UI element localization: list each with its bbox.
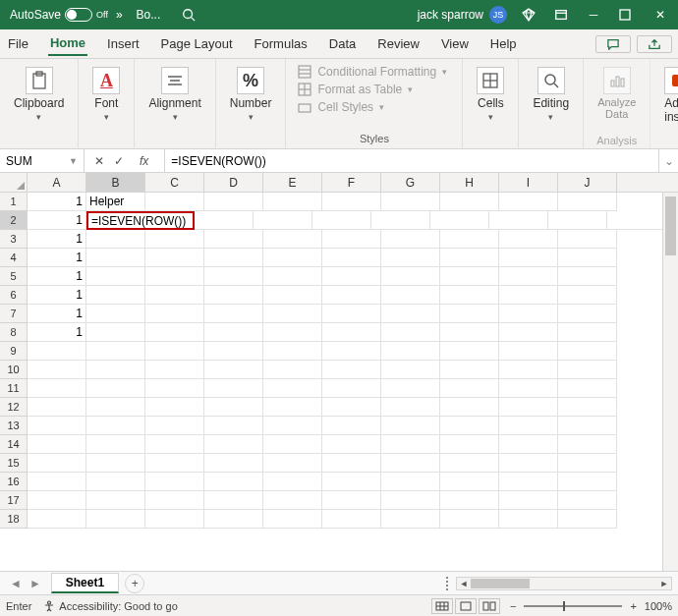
cell-G18[interactable]: [381, 510, 440, 529]
vertical-scrollbar[interactable]: [662, 193, 678, 571]
row-header-4[interactable]: 4: [0, 249, 28, 267]
document-name[interactable]: Bo...: [137, 8, 161, 22]
zoom-out-button[interactable]: −: [510, 600, 516, 612]
cell-G5[interactable]: [381, 267, 440, 286]
cell-E16[interactable]: [263, 473, 322, 491]
cell-I13[interactable]: [499, 417, 558, 435]
cell-E6[interactable]: [263, 286, 322, 305]
scroll-right-icon[interactable]: ►: [657, 579, 671, 588]
cell-E18[interactable]: [263, 510, 322, 529]
cell-I5[interactable]: [499, 267, 558, 286]
cell-D1[interactable]: [204, 193, 263, 211]
autosave-toggle[interactable]: AutoSave Off: [10, 8, 108, 22]
cell-I9[interactable]: [499, 342, 558, 361]
row-header-14[interactable]: 14: [0, 435, 28, 454]
cell-C11[interactable]: [145, 379, 204, 398]
cell-I17[interactable]: [499, 491, 558, 510]
cell-F9[interactable]: [322, 342, 381, 361]
cell-D10[interactable]: [204, 361, 263, 379]
comments-button[interactable]: [595, 35, 631, 53]
cell-C18[interactable]: [145, 510, 204, 529]
ribbon-display-icon[interactable]: [554, 8, 568, 22]
cell-D11[interactable]: [204, 379, 263, 398]
cell-D16[interactable]: [204, 473, 263, 491]
cell-I4[interactable]: [499, 249, 558, 267]
cell-G9[interactable]: [381, 342, 440, 361]
cell-C3[interactable]: [145, 230, 204, 249]
cell-A2[interactable]: 1: [28, 211, 86, 230]
cell-D18[interactable]: [204, 510, 263, 529]
cell-B15[interactable]: [86, 454, 145, 473]
tab-insert[interactable]: Insert: [105, 32, 141, 55]
sheet-nav-next-icon[interactable]: ►: [29, 577, 41, 590]
cell-F14[interactable]: [322, 435, 381, 454]
row-header-16[interactable]: 16: [0, 473, 28, 491]
cell-J15[interactable]: [558, 454, 617, 473]
split-handle[interactable]: [446, 577, 452, 590]
sheet-tab-active[interactable]: Sheet1: [51, 573, 119, 593]
row-header-9[interactable]: 9: [0, 342, 28, 361]
quick-access-more-icon[interactable]: »: [116, 8, 123, 22]
cell-C2[interactable]: [195, 211, 254, 230]
cell-G15[interactable]: [381, 454, 440, 473]
cell-J5[interactable]: [558, 267, 617, 286]
cell-D4[interactable]: [204, 249, 263, 267]
cell-E4[interactable]: [263, 249, 322, 267]
view-page-layout-button[interactable]: [455, 598, 477, 614]
cell-F6[interactable]: [322, 286, 381, 305]
row-header-3[interactable]: 3: [0, 230, 28, 249]
cell-A6[interactable]: 1: [28, 286, 86, 305]
cell-A7[interactable]: 1: [28, 305, 86, 323]
row-header-6[interactable]: 6: [0, 286, 28, 305]
cell-D8[interactable]: [204, 323, 263, 342]
select-all-corner[interactable]: [0, 173, 28, 192]
cell-H3[interactable]: [440, 230, 499, 249]
cell-J6[interactable]: [558, 286, 617, 305]
cell-E5[interactable]: [263, 267, 322, 286]
cell-J13[interactable]: [558, 417, 617, 435]
cell-A10[interactable]: [28, 361, 86, 379]
cell-I3[interactable]: [499, 230, 558, 249]
cell-H8[interactable]: [440, 323, 499, 342]
cell-H6[interactable]: [440, 286, 499, 305]
formula-input[interactable]: =ISEVEN(ROW()): [165, 154, 658, 168]
cell-H12[interactable]: [440, 398, 499, 417]
accessibility-status[interactable]: Accessibility: Good to go: [43, 600, 177, 612]
cell-B12[interactable]: [86, 398, 145, 417]
cell-H14[interactable]: [440, 435, 499, 454]
cell-B14[interactable]: [86, 435, 145, 454]
cells-button[interactable]: Cells ▾: [473, 63, 508, 126]
cell-H17[interactable]: [440, 491, 499, 510]
tab-help[interactable]: Help: [488, 32, 519, 55]
tab-formulas[interactable]: Formulas: [253, 32, 310, 55]
row-header-2[interactable]: 2: [0, 211, 28, 230]
cell-A4[interactable]: 1: [28, 249, 86, 267]
cell-G1[interactable]: [381, 193, 440, 211]
tab-file[interactable]: File: [6, 32, 30, 55]
cell-I10[interactable]: [499, 361, 558, 379]
cell-J18[interactable]: [558, 510, 617, 529]
cell-A13[interactable]: [28, 417, 86, 435]
addins-button[interactable]: Add-ins: [660, 63, 678, 128]
cell-A14[interactable]: [28, 435, 86, 454]
cell-J1[interactable]: [558, 193, 617, 211]
col-header-H[interactable]: H: [440, 173, 499, 192]
cell-D5[interactable]: [204, 267, 263, 286]
cell-styles-button[interactable]: Cell Styles▾: [298, 100, 384, 114]
cell-A9[interactable]: [28, 342, 86, 361]
cell-B10[interactable]: [86, 361, 145, 379]
horizontal-scrollbar[interactable]: ◄ ►: [456, 577, 672, 590]
cell-H5[interactable]: [440, 267, 499, 286]
col-header-B[interactable]: B: [86, 173, 145, 192]
col-header-C[interactable]: C: [145, 173, 204, 192]
cell-J2[interactable]: [607, 211, 666, 230]
cell-H15[interactable]: [440, 454, 499, 473]
cell-E12[interactable]: [263, 398, 322, 417]
cell-H9[interactable]: [440, 342, 499, 361]
cell-G4[interactable]: [381, 249, 440, 267]
cell-A11[interactable]: [28, 379, 86, 398]
tab-page-layout[interactable]: Page Layout: [159, 32, 235, 55]
cell-F3[interactable]: [322, 230, 381, 249]
cell-A17[interactable]: [28, 491, 86, 510]
col-header-J[interactable]: J: [558, 173, 617, 192]
